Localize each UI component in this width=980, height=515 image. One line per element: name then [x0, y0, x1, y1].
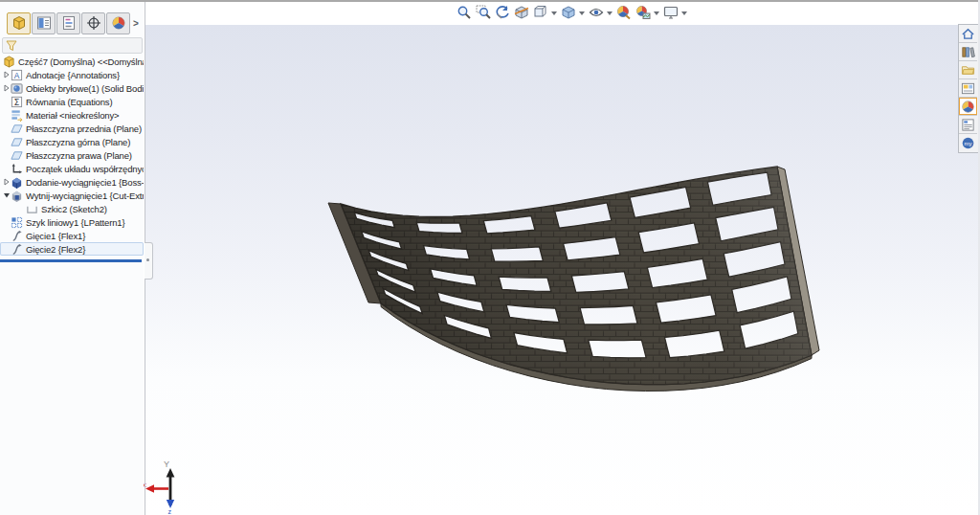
tree-item-linear-pattern[interactable]: Szyk liniowy1 {LPattern1}	[0, 215, 144, 229]
previous-view-icon	[495, 5, 510, 20]
tree-root-part[interactable]: Część7 (Domyślna) <<Domyślna>_Sta	[0, 55, 144, 68]
equations-icon: Σ	[11, 96, 24, 108]
edit-appearance-button[interactable]	[615, 4, 633, 21]
tree-item-top-plane[interactable]: Płaszczyzna górna (Plane)	[0, 135, 144, 148]
zoom-to-fit-button[interactable]	[456, 4, 473, 21]
tree-item-flex1[interactable]: Gięcie1 {Flex1}	[0, 229, 144, 242]
taskpane-view-palette-button[interactable]	[959, 79, 977, 98]
view-orientation-button[interactable]	[532, 4, 549, 21]
boss-extrude-icon	[11, 176, 24, 189]
display-style-dropdown-caret[interactable]	[579, 11, 585, 18]
zoom-to-area-button[interactable]	[475, 4, 492, 21]
origin-icon	[11, 163, 24, 175]
window-top-edge	[0, 0, 980, 2]
library-books-icon	[961, 45, 975, 59]
task-pane-strip: my	[958, 24, 980, 153]
svg-text:my: my	[964, 140, 972, 146]
handle-dot	[146, 258, 149, 261]
rollback-bar[interactable]	[0, 259, 142, 262]
taskpane-custom-properties-button[interactable]	[959, 116, 977, 134]
triad-z-label: z	[168, 508, 172, 515]
scene-sphere-icon	[635, 5, 651, 20]
tree-item-origin[interactable]: Początek układu współrzędnych {	[0, 162, 144, 175]
tree-item-solid-bodies[interactable]: Obiekty bryłowe(1) (Solid Bodies)	[0, 81, 144, 95]
view-settings-dropdown-caret[interactable]	[681, 11, 687, 18]
expand-collapsed-icon[interactable]	[2, 71, 11, 79]
eye-icon	[589, 5, 604, 20]
view-palette-icon	[961, 81, 975, 96]
feature-manager-panel: > Część7 (Domyślna) <<Domyślna>_Sta A	[0, 2, 144, 515]
linear-pattern-icon	[11, 216, 24, 229]
display-style-button[interactable]	[560, 4, 577, 21]
section-view-button[interactable]	[513, 4, 530, 21]
origin-triad: Y x z	[140, 458, 195, 515]
panel-collapse-handle[interactable]	[145, 242, 153, 280]
plane-icon	[11, 149, 24, 162]
section-view-icon	[514, 5, 529, 20]
plane-icon	[11, 136, 24, 148]
appearance-sphere-icon	[616, 5, 632, 20]
flex-icon	[11, 243, 24, 256]
magnifier-area-icon	[476, 5, 491, 20]
tree-item-front-plane[interactable]: Płaszczyzna przednia (Plane)	[0, 122, 144, 135]
apply-scene-button[interactable]	[635, 4, 652, 21]
home-icon	[961, 27, 975, 41]
feature-tree: Część7 (Domyślna) <<Domyślna>_Sta A Adno…	[0, 2, 144, 515]
monitor-icon	[663, 5, 679, 20]
cut-extrude-icon	[11, 190, 24, 202]
hide-show-dropdown-caret[interactable]	[607, 11, 612, 18]
taskpane-resources-button[interactable]	[959, 25, 977, 43]
material-icon	[11, 109, 24, 122]
tree-item-boss-extrude[interactable]: Dodanie-wyciągnięcie1 {Boss-Extru	[0, 175, 144, 189]
tree-item-equations[interactable]: Σ Równania (Equations)	[0, 95, 144, 108]
tree-item-sketch2[interactable]: Szkic2 (Sketch2)	[0, 202, 144, 215]
flex-icon	[11, 230, 24, 242]
view-orientation-dropdown-caret[interactable]	[551, 11, 557, 18]
previous-view-button[interactable]	[494, 4, 511, 21]
svg-text:A: A	[14, 70, 20, 79]
z-axis-arrow	[167, 500, 174, 508]
expand-collapsed-icon[interactable]	[2, 84, 11, 93]
tree-item-cut-extrude[interactable]: Wytnij-wyciągnięcie1 {Cut-Extrud	[0, 189, 144, 202]
solidworks-window: Y x z	[0, 0, 980, 515]
magnifier-icon	[457, 5, 472, 20]
taskpane-appearances-button[interactable]	[959, 98, 977, 116]
view-heads-up-toolbar	[456, 3, 688, 22]
top-bar	[0, 0, 980, 25]
hide-show-items-button[interactable]	[588, 4, 605, 21]
expand-collapsed-icon[interactable]	[2, 178, 11, 187]
expand-expanded-icon[interactable]	[2, 191, 11, 200]
forum-icon: my	[961, 136, 975, 150]
plane-icon	[11, 123, 24, 135]
view-settings-button[interactable]	[662, 4, 679, 21]
taskpane-file-explorer-button[interactable]	[959, 61, 977, 79]
sketch-icon	[26, 203, 39, 215]
tree-item-material[interactable]: Materiał <nieokreślony>	[0, 108, 144, 122]
shaded-cube-icon	[561, 5, 576, 20]
view-cube-icon	[533, 5, 548, 20]
folder-icon	[961, 63, 975, 78]
triad-y-label: Y	[164, 459, 169, 469]
part-icon	[3, 56, 16, 68]
tree-item-right-plane[interactable]: Płaszczyzna prawa (Plane)	[0, 148, 144, 162]
tree-item-annotations[interactable]: A Adnotacje {Annotations}	[0, 68, 144, 81]
properties-list-icon	[961, 118, 975, 132]
solid-bodies-icon	[11, 82, 24, 95]
taskpane-forum-button[interactable]: my	[959, 134, 977, 152]
tree-item-flex2[interactable]: Gięcie2 {Flex2}	[0, 242, 144, 256]
svg-text:Σ: Σ	[14, 96, 20, 106]
apply-scene-dropdown-caret[interactable]	[654, 11, 659, 18]
taskpane-design-library-button[interactable]	[959, 43, 977, 61]
appearance-sphere-icon	[961, 100, 975, 114]
annotations-icon: A	[11, 69, 24, 81]
